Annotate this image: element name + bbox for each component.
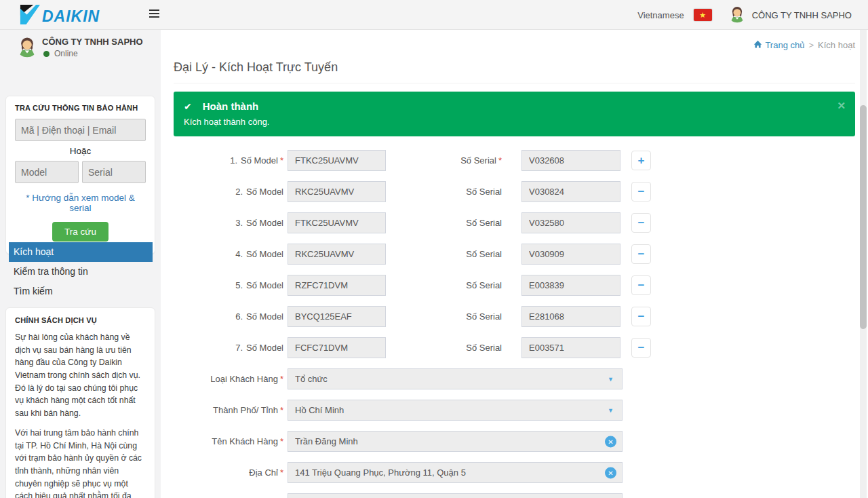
close-icon[interactable]: ✕: [837, 100, 846, 112]
warranty-lookup-card: TRA CỨU THÔNG TIN BẢO HÀNH Hoặc * Hướng …: [5, 96, 155, 254]
clear-icon[interactable]: ✕: [605, 467, 616, 478]
serial-label: Số Serial: [466, 343, 502, 353]
remove-row-button[interactable]: −: [631, 338, 651, 358]
serial-input[interactable]: [521, 212, 620, 233]
lookup-model-input[interactable]: [15, 161, 79, 183]
alert-message: Kích hoạt thành công.: [184, 117, 845, 127]
sidebar: CÔNG TY TNHH SAPHO Online TRA CỨU THÔNG …: [0, 30, 161, 498]
model-input[interactable]: [288, 337, 386, 358]
product-row: 1.Số Model* Số Serial* +: [174, 150, 855, 171]
address-input[interactable]: [288, 463, 622, 482]
alert-title: Hoàn thành: [203, 100, 259, 112]
city-select[interactable]: Hồ Chí Minh ▼: [288, 400, 623, 421]
serial-label: Số Serial: [460, 155, 496, 166]
lookup-serial-input[interactable]: [82, 161, 146, 183]
address-label: Địa Chỉ: [249, 467, 278, 478]
breadcrumb-separator: >: [808, 40, 814, 50]
or-label: Hoặc: [15, 146, 146, 156]
customer-name-row: Tên Khách Hàng* ✕: [174, 431, 855, 452]
header-user-name[interactable]: CÔNG TY TNHH SAPHO: [752, 10, 852, 20]
scrollbar-thumb[interactable]: [860, 105, 867, 329]
sidebar-user-name: CÔNG TY TNHH SAPHO: [42, 37, 143, 47]
lookup-search-button[interactable]: Tra cứu: [52, 222, 108, 242]
policy-paragraph-2: Với hai trung tâm bảo hành chính tại TP.…: [15, 427, 146, 498]
row-number: 1.: [230, 155, 237, 166]
serial-input[interactable]: [521, 306, 620, 327]
online-status-icon: [43, 51, 50, 57]
serial-input[interactable]: [521, 150, 620, 171]
customer-type-label: Loại Khách Hàng: [210, 374, 278, 384]
row-number: 5.: [235, 280, 243, 290]
remove-row-button[interactable]: −: [631, 244, 651, 264]
remove-row-button[interactable]: −: [631, 182, 651, 202]
customer-name-field: ✕: [288, 431, 623, 452]
required-asterisk: *: [498, 155, 502, 166]
model-input[interactable]: [288, 244, 386, 265]
lookup-code-input[interactable]: [15, 119, 146, 141]
sidebar-item-check-info[interactable]: Kiểm tra thông tin: [9, 262, 153, 282]
product-row: 7.Số Model Số Serial −: [174, 337, 855, 358]
model-label: Số Model: [246, 280, 283, 290]
main-content: Trang chủ>Kích hoạt Đại Lý - Kích Hoạt T…: [161, 30, 868, 498]
service-policy-card: CHÍNH SÁCH DỊCH VỤ Sự hài lòng của khách…: [5, 307, 155, 498]
product-row: 6.Số Model Số Serial −: [174, 306, 855, 327]
product-row: 4.Số Model Số Serial −: [174, 244, 855, 265]
brand-wordmark: DAIKIN: [42, 7, 100, 26]
serial-input[interactable]: [521, 181, 620, 202]
sidebar-menu: Kích hoạt Kiểm tra thông tin Tìm kiếm: [9, 242, 153, 301]
serial-input[interactable]: [521, 275, 620, 296]
hamburger-menu-icon[interactable]: [149, 9, 160, 19]
sidebar-item-activate[interactable]: Kích hoạt: [9, 242, 153, 262]
city-label: Thành Phố/ Tỉnh: [213, 405, 278, 415]
sidebar-item-search[interactable]: Tìm kiếm: [9, 282, 153, 301]
remove-row-button[interactable]: −: [631, 275, 651, 295]
product-row: 2.Số Model Số Serial −: [174, 181, 855, 202]
model-input[interactable]: [288, 306, 386, 327]
customer-name-label: Tên Khách Hàng: [212, 436, 278, 446]
customer-type-select[interactable]: Tổ chức ▼: [288, 368, 623, 389]
language-label[interactable]: Vietnamese: [637, 10, 684, 20]
model-input[interactable]: [288, 181, 386, 202]
required-asterisk: *: [280, 405, 283, 415]
product-row: 3.Số Model Số Serial −: [174, 212, 855, 233]
row-number: 2.: [235, 187, 243, 197]
row-number: 6.: [235, 311, 243, 322]
remove-row-button[interactable]: −: [631, 307, 651, 326]
model-label: Số Model: [246, 218, 283, 228]
lookup-heading: TRA CỨU THÔNG TIN BẢO HÀNH: [15, 104, 146, 112]
breadcrumb-home-link[interactable]: Trang chủ: [765, 40, 804, 50]
required-asterisk: *: [280, 467, 283, 478]
customer-type-row: Loại Khách Hàng* Tổ chức ▼: [174, 368, 855, 389]
chevron-down-icon: ▼: [608, 376, 614, 383]
daikin-logo[interactable]: DAIKIN: [18, 5, 100, 26]
add-row-button[interactable]: +: [631, 151, 651, 170]
breadcrumb-current: Kích hoạt: [818, 40, 855, 50]
required-asterisk: *: [280, 155, 283, 166]
model-input[interactable]: [288, 150, 386, 171]
city-row: Thành Phố/ Tỉnh* Hồ Chí Minh ▼: [174, 400, 855, 421]
home-icon: [753, 40, 762, 50]
next-field-row-partial: ✕: [174, 493, 855, 498]
user-avatar[interactable]: [728, 5, 746, 25]
sidebar-user-panel: CÔNG TY TNHH SAPHO Online: [0, 30, 161, 64]
remove-row-button[interactable]: −: [631, 213, 651, 233]
vietnam-flag-icon[interactable]: ★: [694, 9, 712, 21]
breadcrumb: Trang chủ>Kích hoạt: [174, 40, 855, 52]
policy-heading: CHÍNH SÁCH DỊCH VỤ: [15, 316, 146, 324]
row-number: 4.: [235, 249, 243, 259]
clear-icon[interactable]: ✕: [605, 436, 616, 447]
serial-label: Số Serial: [466, 218, 502, 228]
model-label: Số Model: [246, 311, 283, 322]
customer-name-input[interactable]: [288, 432, 622, 451]
model-label: Số Model: [246, 343, 283, 353]
model-serial-guide-link[interactable]: * Hướng dẫn xem model & serial: [15, 193, 146, 213]
top-header: DAIKIN Vietnamese ★ CÔNG TY TNHH SAPHO: [0, 0, 868, 30]
serial-input[interactable]: [521, 244, 620, 265]
model-input[interactable]: [288, 275, 386, 296]
serial-input[interactable]: [521, 337, 620, 358]
daikin-logo-icon: [18, 5, 40, 26]
address-field: ✕: [288, 462, 623, 483]
model-input[interactable]: [288, 212, 386, 233]
model-label: Số Model: [241, 155, 278, 166]
next-field-input[interactable]: [288, 494, 622, 498]
